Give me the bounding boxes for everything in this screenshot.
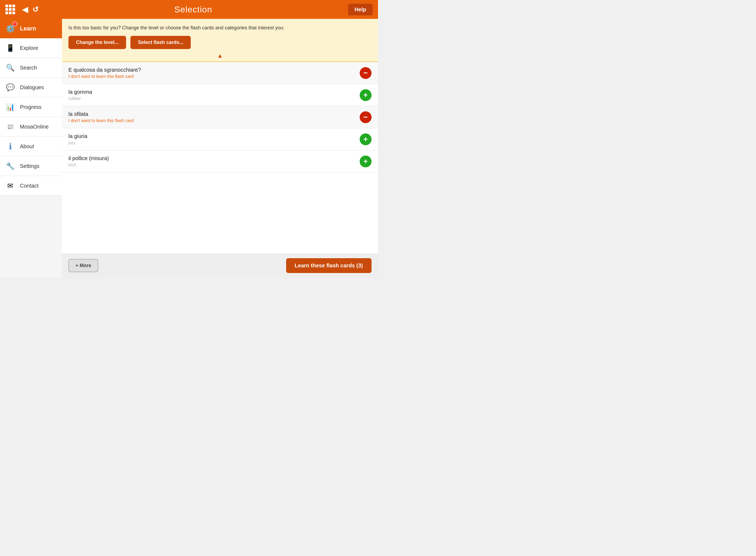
select-flash-cards-button[interactable]: Select flash cards... <box>131 36 191 49</box>
flashcard-sub-2: rubber <box>68 96 360 101</box>
flashcard-item-4: la giuria jury + <box>62 128 378 150</box>
dialogues-icon: 💬 <box>4 81 16 93</box>
sidebar-item-explore-label: Explore <box>20 45 38 51</box>
flashcard-content-4: la giuria jury <box>68 133 360 145</box>
sidebar-item-explore[interactable]: 📱 Explore <box>0 38 62 58</box>
sidebar-item-mosaonline[interactable]: 📰 MosaOnline <box>0 117 62 137</box>
sidebar-item-search[interactable]: 🔍 Search <box>0 58 62 78</box>
flashcard-sub-3: I don't want to learn this flash card <box>68 118 360 123</box>
help-button[interactable]: Help <box>348 4 372 15</box>
learn-icon-wrapper: ⚙️ + <box>4 23 16 34</box>
selection-panel: Is this too basic for you? Change the le… <box>62 19 378 62</box>
sidebar-item-dialogues-label: Dialogues <box>20 84 44 91</box>
sidebar-item-contact-label: Contact <box>20 183 39 189</box>
sidebar-item-contact[interactable]: ✉ Contact <box>0 176 62 196</box>
sidebar: ⚙️ + Learn 📱 Explore 🔍 Search 💬 Dialogue… <box>0 19 62 278</box>
flashcard-content-3: la sfilata I don't want to learn this fl… <box>68 111 360 123</box>
flashcard-main-2: la gomma <box>68 89 360 95</box>
flashcard-content-2: la gomma rubber <box>68 89 360 101</box>
refresh-button[interactable]: ↺ <box>32 5 39 14</box>
flashcard-item-5: il pollice (misura) inch + <box>62 150 378 172</box>
add-button-4[interactable]: + <box>360 133 371 145</box>
flashcard-footer: + More Learn these flash cards (3) <box>62 253 378 278</box>
flashcard-main-1: E qualcosa da sgranocchiare? <box>68 67 360 73</box>
add-button-5[interactable]: + <box>360 155 371 167</box>
add-button-2[interactable]: + <box>360 89 371 101</box>
flashcard-main-4: la giuria <box>68 133 360 139</box>
main-content: Is this too basic for you? Change the le… <box>62 19 378 278</box>
header-left-controls: ◀ ↺ <box>5 5 39 14</box>
settings-icon: 🔧 <box>4 160 16 172</box>
flashcard-item-3: la sfilata I don't want to learn this fl… <box>62 106 378 128</box>
change-level-button[interactable]: Change the level... <box>68 36 126 49</box>
flashcard-main-3: la sfilata <box>68 111 360 117</box>
flashcard-content-1: E qualcosa da sgranocchiare? I don't wan… <box>68 67 360 79</box>
sidebar-item-settings-label: Settings <box>20 163 39 169</box>
contact-icon: ✉ <box>4 180 16 192</box>
sidebar-item-dialogues[interactable]: 💬 Dialogues <box>0 78 62 97</box>
remove-button-1[interactable]: − <box>360 67 371 79</box>
progress-icon: 📊 <box>4 101 16 113</box>
sidebar-item-mosaonline-label: MosaOnline <box>20 124 49 130</box>
flashcard-content-5: il pollice (misura) inch <box>68 155 360 167</box>
page-title: Selection <box>39 5 348 14</box>
sidebar-item-search-label: Search <box>20 65 37 71</box>
remove-button-3[interactable]: − <box>360 111 371 123</box>
search-icon: 🔍 <box>4 62 16 74</box>
sidebar-item-settings[interactable]: 🔧 Settings <box>0 156 62 176</box>
grid-menu-icon[interactable] <box>5 5 15 14</box>
selection-description: Is this too basic for you? Change the le… <box>68 24 371 32</box>
about-icon: ℹ <box>4 140 16 152</box>
app-body: ⚙️ + Learn 📱 Explore 🔍 Search 💬 Dialogue… <box>0 19 378 278</box>
app-header: ◀ ↺ Selection Help <box>0 0 378 19</box>
triangle-indicator: ▲ <box>68 53 371 59</box>
sidebar-item-about[interactable]: ℹ About <box>0 137 62 156</box>
back-button[interactable]: ◀ <box>22 5 28 14</box>
flashcard-item-1: E qualcosa da sgranocchiare? I don't wan… <box>62 62 378 84</box>
sidebar-item-progress[interactable]: 📊 Progress <box>0 97 62 117</box>
flashcard-item-2: la gomma rubber + <box>62 84 378 106</box>
sidebar-item-progress-label: Progress <box>20 104 41 110</box>
learn-badge: + <box>12 22 17 26</box>
more-button[interactable]: + More <box>68 259 98 272</box>
flashcard-sub-4: jury <box>68 140 360 145</box>
learn-label: Learn <box>20 25 36 32</box>
learn-flashcards-button[interactable]: Learn these flash cards (3) <box>286 258 371 273</box>
selection-buttons: Change the level... Select flash cards..… <box>68 36 371 49</box>
flashcard-sub-5: inch <box>68 163 360 167</box>
sidebar-item-learn[interactable]: ⚙️ + Learn <box>0 19 62 38</box>
flashcard-list: E qualcosa da sgranocchiare? I don't wan… <box>62 62 378 253</box>
flashcard-main-5: il pollice (misura) <box>68 155 360 162</box>
flashcard-sub-1: I don't want to learn this flash card <box>68 74 360 79</box>
explore-icon: 📱 <box>4 42 16 54</box>
mosaonline-icon: 📰 <box>4 121 16 133</box>
sidebar-item-about-label: About <box>20 143 34 149</box>
